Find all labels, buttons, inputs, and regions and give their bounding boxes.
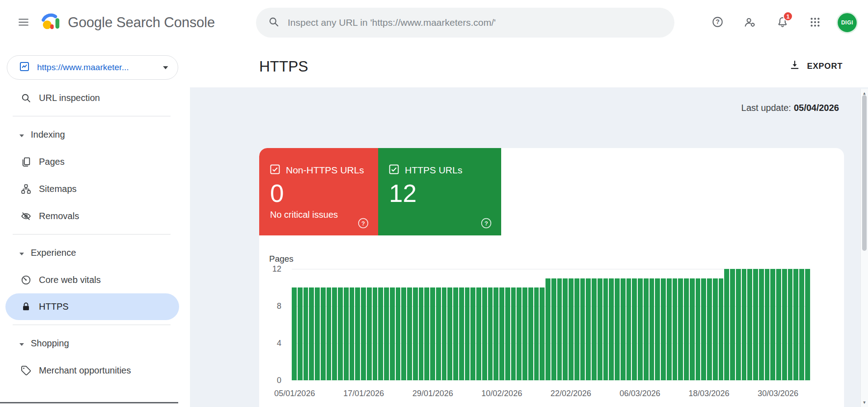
- vertical-scrollbar[interactable]: ▲ ▼: [860, 89, 868, 407]
- chart-bar[interactable]: [667, 278, 672, 381]
- scrollbar-thumb[interactable]: [862, 95, 867, 251]
- chart-bar[interactable]: [609, 278, 614, 381]
- chart-bar[interactable]: [384, 287, 389, 380]
- chart-bar[interactable]: [476, 287, 481, 380]
- chart-bar[interactable]: [470, 287, 475, 380]
- chart-bar[interactable]: [396, 287, 401, 380]
- sidebar-item-https[interactable]: HTTPS: [5, 293, 179, 320]
- chart-bar[interactable]: [350, 287, 355, 380]
- checkbox-checked-icon[interactable]: [389, 164, 399, 176]
- chart-bar[interactable]: [327, 287, 332, 380]
- chart-bar[interactable]: [355, 287, 360, 380]
- sidebar-item-url-inspection[interactable]: URL inspection: [0, 84, 190, 111]
- app-logo[interactable]: Google Search Console: [41, 11, 215, 34]
- chart-bar[interactable]: [407, 287, 412, 380]
- chart-bar[interactable]: [580, 278, 585, 381]
- help-circle-icon[interactable]: ?: [480, 217, 492, 229]
- chart-bar[interactable]: [545, 278, 550, 381]
- chart-bar[interactable]: [540, 287, 545, 380]
- chart-bar[interactable]: [321, 287, 326, 380]
- chart-bar[interactable]: [644, 278, 649, 381]
- chart-bar[interactable]: [493, 287, 498, 380]
- chart-bar[interactable]: [298, 287, 303, 380]
- chart-bar[interactable]: [805, 269, 810, 380]
- user-settings-button[interactable]: [739, 11, 761, 34]
- chart-bar[interactable]: [482, 287, 487, 380]
- chart-bar[interactable]: [522, 287, 527, 380]
- chart-bar[interactable]: [413, 287, 418, 380]
- chart-bar[interactable]: [707, 278, 712, 381]
- chart-bar[interactable]: [776, 269, 781, 380]
- help-button[interactable]: ?: [706, 11, 729, 34]
- chart-bar[interactable]: [447, 287, 452, 380]
- chart-bar[interactable]: [511, 287, 516, 380]
- chart-bar[interactable]: [684, 278, 689, 381]
- chart-bar[interactable]: [459, 287, 464, 380]
- chart-bar[interactable]: [615, 278, 620, 381]
- chart-bar[interactable]: [304, 287, 308, 380]
- chart-bar[interactable]: [701, 278, 706, 381]
- chart-bar[interactable]: [690, 278, 695, 381]
- chart-bar[interactable]: [621, 278, 626, 381]
- chart-bar[interactable]: [557, 278, 562, 381]
- chart-bar[interactable]: [401, 287, 406, 380]
- chart-bar[interactable]: [753, 269, 758, 380]
- chart-bar[interactable]: [638, 278, 643, 381]
- chart-bar[interactable]: [661, 278, 666, 381]
- chart-bar[interactable]: [430, 287, 435, 380]
- chart-bar[interactable]: [338, 287, 343, 380]
- chart-bar[interactable]: [765, 269, 770, 380]
- chart-bar[interactable]: [453, 287, 458, 380]
- chart-bar[interactable]: [534, 287, 539, 380]
- chart-bar[interactable]: [782, 269, 787, 380]
- chart-bar[interactable]: [770, 269, 775, 380]
- chart-bar[interactable]: [724, 269, 729, 380]
- chart-bar[interactable]: [442, 287, 447, 380]
- google-apps-button[interactable]: [804, 11, 826, 34]
- chart-bar[interactable]: [292, 287, 297, 380]
- chart-bar[interactable]: [332, 287, 337, 380]
- chart-bar[interactable]: [598, 278, 602, 381]
- chart-bar[interactable]: [361, 287, 366, 380]
- chart-bar[interactable]: [569, 278, 574, 381]
- sidebar-item-pages[interactable]: Pages: [0, 148, 190, 175]
- checkbox-checked-icon[interactable]: [270, 164, 280, 176]
- sidebar-item-core-web-vitals[interactable]: Core web vitals: [0, 266, 190, 293]
- chart-bar[interactable]: [713, 278, 718, 381]
- sidebar-item-removals[interactable]: Removals: [0, 202, 190, 230]
- help-circle-icon[interactable]: ?: [357, 217, 369, 229]
- scrollbar-down-arrow-icon[interactable]: ▼: [861, 398, 868, 407]
- chart-bar[interactable]: [378, 287, 383, 380]
- chart-bar[interactable]: [759, 269, 764, 380]
- chart-bar[interactable]: [788, 269, 793, 380]
- chart-bar[interactable]: [488, 287, 493, 380]
- chart-bar[interactable]: [465, 287, 470, 380]
- chart-bar[interactable]: [696, 278, 701, 381]
- chart-bar[interactable]: [499, 287, 504, 380]
- chart-bar[interactable]: [436, 287, 441, 380]
- sidebar-section-indexing[interactable]: Indexing: [0, 121, 190, 148]
- account-avatar[interactable]: DIGI: [836, 12, 858, 34]
- sidebar-section-experience[interactable]: Experience: [0, 239, 190, 266]
- chart-bar[interactable]: [730, 269, 735, 380]
- tile-non-https-urls[interactable]: Non-HTTPS URLs 0 No critical issues ?: [259, 148, 378, 235]
- chart-bar[interactable]: [719, 278, 724, 381]
- chart-bar[interactable]: [673, 278, 678, 381]
- url-inspect-search-bar[interactable]: [256, 8, 674, 38]
- chart-bar[interactable]: [742, 269, 747, 380]
- chart-bar[interactable]: [390, 287, 395, 380]
- chart-bar[interactable]: [373, 287, 378, 380]
- chart-bar[interactable]: [424, 287, 429, 380]
- chart-bar[interactable]: [574, 278, 579, 381]
- chart-bar[interactable]: [592, 278, 597, 381]
- notifications-button[interactable]: 1: [771, 11, 794, 34]
- export-button[interactable]: EXPORT: [789, 59, 843, 73]
- chart-bar[interactable]: [528, 287, 533, 380]
- chart-bar[interactable]: [650, 278, 655, 381]
- tile-https-urls[interactable]: HTTPS URLs 12 ?: [378, 148, 501, 235]
- chart-bar[interactable]: [505, 287, 510, 380]
- property-selector[interactable]: https://www.maarketer...: [7, 55, 178, 80]
- chart-bar[interactable]: [551, 278, 556, 381]
- url-inspect-search-input[interactable]: [288, 17, 663, 28]
- chart-bar[interactable]: [799, 269, 804, 380]
